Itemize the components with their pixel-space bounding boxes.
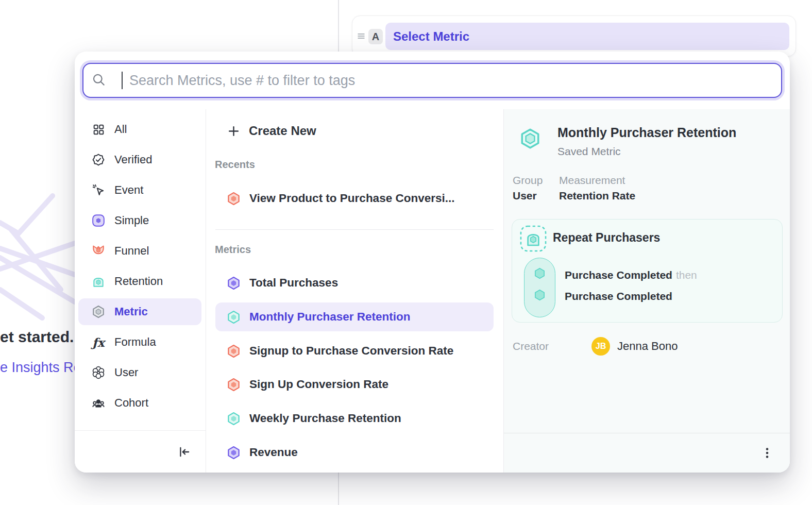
- event-hexagon-icon: [534, 289, 546, 301]
- sidebar-item-funnel[interactable]: Funnel: [78, 238, 201, 264]
- filter-sidebar: All Verified Event: [75, 109, 206, 473]
- background-link[interactable]: e Insights Re: [0, 360, 81, 376]
- retention-metric-hexagon-icon: [519, 128, 541, 152]
- list-item-metric-selected[interactable]: Monthly Purchaser Retention: [215, 302, 494, 331]
- sidebar-item-label: Retention: [114, 275, 163, 288]
- query-builder-row: A Select Metric: [352, 15, 796, 57]
- kebab-menu-icon[interactable]: [761, 447, 773, 459]
- metrics-section-label: Metrics: [215, 244, 251, 256]
- funnel-metric-hexagon-icon: [227, 192, 241, 206]
- funnel-metric-hexagon-icon: [227, 378, 241, 392]
- sidebar-item-label: Simple: [114, 214, 149, 227]
- list-item-metric[interactable]: Weekly Purchase Retention: [215, 404, 494, 433]
- creator-label: Creator: [513, 340, 549, 352]
- definition-name: Repeat Purchasers: [553, 231, 660, 245]
- sidebar-item-metric[interactable]: Metric: [78, 298, 201, 325]
- list-item-label: Revenue: [249, 446, 298, 459]
- simple-metric-icon: [92, 214, 105, 227]
- cursor-click-icon: [92, 183, 105, 197]
- metric-definition-card: Repeat Purchasers Purchase Completedthen…: [512, 219, 783, 323]
- list-item-label: Sign Up Conversion Rate: [249, 378, 388, 391]
- step-event: Purchase Completed: [565, 269, 672, 281]
- step-connector: then: [676, 269, 697, 281]
- sidebar-item-user[interactable]: User: [78, 359, 201, 386]
- sidebar-item-all[interactable]: All: [78, 116, 201, 143]
- grid-icon: [92, 123, 105, 136]
- sidebar-item-cohort[interactable]: Cohort: [78, 390, 201, 416]
- create-new-button[interactable]: Create New: [215, 116, 494, 145]
- collapse-left-icon[interactable]: [178, 445, 191, 459]
- funnel-metric-hexagon-icon: [227, 344, 241, 358]
- cohort-icon: [92, 396, 105, 410]
- sidebar-item-retention[interactable]: Retention: [78, 268, 201, 295]
- recents-section-label: Recents: [215, 159, 255, 171]
- list-item-metric[interactable]: Revenue: [215, 438, 494, 467]
- definition-step: Purchase Completedthen: [565, 269, 697, 281]
- sidebar-item-label: Verified: [114, 153, 152, 166]
- sidebar-item-event[interactable]: Event: [78, 177, 201, 204]
- list-divider: [215, 229, 494, 230]
- search-icon: [92, 73, 106, 89]
- background-heading: et started.: [0, 328, 74, 346]
- screen: et started. e Insights Re A Select Metri…: [0, 0, 812, 505]
- picker-columns: All Verified Event: [75, 109, 790, 473]
- simple-metric-hexagon-icon: [227, 446, 241, 460]
- select-metric-label: Select Metric: [393, 29, 469, 44]
- plus-icon: [227, 124, 240, 138]
- create-new-label: Create New: [249, 124, 316, 138]
- background-chart-illustration: [0, 175, 77, 330]
- creator-name: Jenna Bono: [617, 340, 678, 353]
- metric-picker-modal: All Verified Event: [75, 52, 790, 473]
- sidebar-item-label: Funnel: [114, 244, 149, 258]
- sidebar-item-label: Cohort: [114, 396, 148, 410]
- drag-handle-icon[interactable]: [357, 32, 365, 40]
- list-item-metric[interactable]: Total Purchases: [215, 268, 494, 297]
- metrics-list: Create New Recents View Product to Purch…: [206, 109, 504, 473]
- group-value: User: [513, 190, 537, 202]
- text-cursor: [122, 72, 123, 89]
- sidebar-item-formula[interactable]: ƒx Formula: [78, 329, 201, 356]
- list-item-recent[interactable]: View Product to Purchase Conversi...: [215, 184, 494, 213]
- list-item-metric[interactable]: Signup to Purchase Conversion Rate: [215, 336, 494, 365]
- sidebar-item-label: Event: [114, 183, 143, 197]
- sidebar-item-simple[interactable]: Simple: [78, 207, 201, 234]
- retention-definition-icon: [520, 225, 547, 254]
- measurement-label: Measurement: [559, 174, 625, 187]
- simple-metric-hexagon-icon: [227, 276, 241, 290]
- search-bar[interactable]: [82, 63, 782, 98]
- search-input[interactable]: [129, 73, 773, 89]
- list-item-label: View Product to Purchase Conversi...: [249, 192, 454, 205]
- definition-step: Purchase Completed: [565, 290, 676, 302]
- verified-badge-icon: [92, 153, 105, 166]
- formula-icon: ƒx: [92, 335, 105, 349]
- event-hexagon-icon: [534, 267, 546, 279]
- retention-icon: [92, 275, 105, 288]
- metric-hexagon-icon: [92, 305, 105, 318]
- select-metric-button[interactable]: Select Metric: [385, 23, 789, 50]
- list-item-metric[interactable]: Sign Up Conversion Rate: [215, 370, 494, 399]
- detail-subtitle: Saved Metric: [557, 145, 621, 158]
- sidebar-item-label: All: [114, 123, 127, 136]
- user-flower-icon: [92, 366, 105, 379]
- row-letter-badge: A: [368, 29, 383, 44]
- group-label: Group: [513, 174, 543, 187]
- list-item-label: Monthly Purchaser Retention: [249, 310, 411, 324]
- list-item-label: Weekly Purchase Retention: [249, 412, 401, 425]
- step-event: Purchase Completed: [565, 290, 672, 302]
- list-item-label: Signup to Purchase Conversion Rate: [249, 344, 453, 358]
- sidebar-item-label: User: [114, 366, 138, 379]
- retention-metric-hexagon-icon: [227, 412, 241, 426]
- sidebar-item-label: Formula: [114, 335, 156, 349]
- retention-metric-hexagon-icon: [227, 310, 241, 324]
- avatar: JB: [591, 337, 610, 356]
- detail-title: Monthly Purchaser Retention: [557, 125, 736, 140]
- sidebar-item-verified[interactable]: Verified: [78, 146, 201, 173]
- measurement-value: Retention Rate: [559, 190, 635, 202]
- funnel-icon: [92, 244, 105, 258]
- sidebar-footer: [75, 430, 206, 473]
- list-item-label: Total Purchases: [249, 276, 338, 290]
- metric-detail-panel: Monthly Purchaser Retention Saved Metric…: [504, 109, 790, 473]
- detail-footer: [504, 433, 790, 473]
- event-sequence-pill: [524, 258, 555, 317]
- sidebar-item-label: Metric: [114, 305, 148, 318]
